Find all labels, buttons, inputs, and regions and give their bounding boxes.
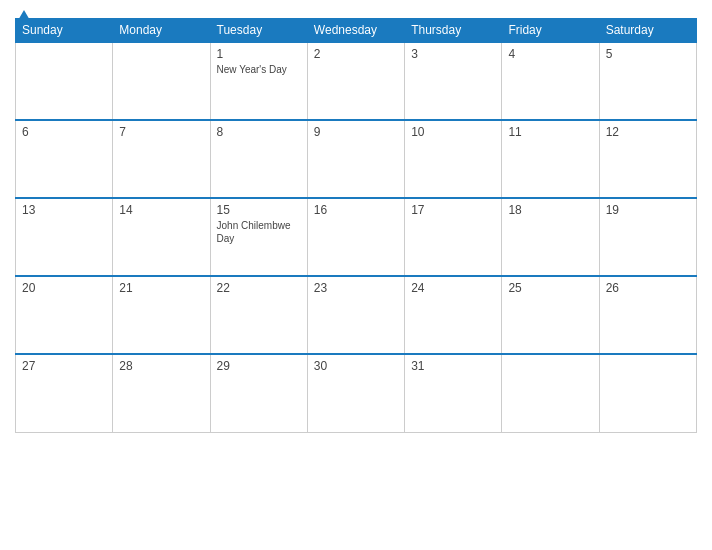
calendar-cell: 31 xyxy=(405,354,502,432)
day-number: 15 xyxy=(217,203,301,217)
calendar-cell: 18 xyxy=(502,198,599,276)
day-number: 6 xyxy=(22,125,106,139)
calendar-cell xyxy=(16,42,113,120)
day-number: 23 xyxy=(314,281,398,295)
weekday-saturday: Saturday xyxy=(599,19,696,43)
day-number: 21 xyxy=(119,281,203,295)
calendar-cell: 8 xyxy=(210,120,307,198)
calendar-cell xyxy=(502,354,599,432)
calendar-cell: 21 xyxy=(113,276,210,354)
weekday-friday: Friday xyxy=(502,19,599,43)
calendar-cell: 7 xyxy=(113,120,210,198)
day-number: 14 xyxy=(119,203,203,217)
calendar-cell: 12 xyxy=(599,120,696,198)
day-number: 3 xyxy=(411,47,495,61)
day-number: 4 xyxy=(508,47,592,61)
day-number: 24 xyxy=(411,281,495,295)
calendar-cell: 19 xyxy=(599,198,696,276)
calendar-cell: 26 xyxy=(599,276,696,354)
day-number: 13 xyxy=(22,203,106,217)
day-number: 8 xyxy=(217,125,301,139)
week-row-3: 20212223242526 xyxy=(16,276,697,354)
calendar-cell: 5 xyxy=(599,42,696,120)
week-row-0: 1New Year's Day2345 xyxy=(16,42,697,120)
logo-triangle-icon xyxy=(17,10,31,22)
week-row-4: 2728293031 xyxy=(16,354,697,432)
calendar-cell: 23 xyxy=(307,276,404,354)
calendar-cell: 2 xyxy=(307,42,404,120)
calendar-cell: 4 xyxy=(502,42,599,120)
weekday-header-row: SundayMondayTuesdayWednesdayThursdayFrid… xyxy=(16,19,697,43)
day-number: 29 xyxy=(217,359,301,373)
calendar-cell xyxy=(113,42,210,120)
calendar-cell xyxy=(599,354,696,432)
day-number: 18 xyxy=(508,203,592,217)
day-number: 7 xyxy=(119,125,203,139)
weekday-wednesday: Wednesday xyxy=(307,19,404,43)
calendar-cell: 25 xyxy=(502,276,599,354)
calendar-cell: 30 xyxy=(307,354,404,432)
logo xyxy=(15,10,31,22)
day-number: 12 xyxy=(606,125,690,139)
calendar-cell: 29 xyxy=(210,354,307,432)
day-number: 26 xyxy=(606,281,690,295)
calendar-cell: 27 xyxy=(16,354,113,432)
calendar-cell: 16 xyxy=(307,198,404,276)
calendar-container: SundayMondayTuesdayWednesdayThursdayFrid… xyxy=(0,0,712,550)
day-number: 17 xyxy=(411,203,495,217)
day-number: 20 xyxy=(22,281,106,295)
calendar-cell: 9 xyxy=(307,120,404,198)
calendar-cell: 14 xyxy=(113,198,210,276)
calendar-cell: 20 xyxy=(16,276,113,354)
day-number: 11 xyxy=(508,125,592,139)
calendar-cell: 3 xyxy=(405,42,502,120)
week-row-1: 6789101112 xyxy=(16,120,697,198)
weekday-thursday: Thursday xyxy=(405,19,502,43)
holiday-name: John Chilembwe Day xyxy=(217,219,301,245)
calendar-table: SundayMondayTuesdayWednesdayThursdayFrid… xyxy=(15,18,697,433)
weekday-monday: Monday xyxy=(113,19,210,43)
day-number: 31 xyxy=(411,359,495,373)
day-number: 30 xyxy=(314,359,398,373)
day-number: 28 xyxy=(119,359,203,373)
day-number: 16 xyxy=(314,203,398,217)
calendar-cell: 1New Year's Day xyxy=(210,42,307,120)
calendar-cell: 17 xyxy=(405,198,502,276)
day-number: 10 xyxy=(411,125,495,139)
calendar-cell: 11 xyxy=(502,120,599,198)
week-row-2: 131415John Chilembwe Day16171819 xyxy=(16,198,697,276)
weekday-tuesday: Tuesday xyxy=(210,19,307,43)
holiday-name: New Year's Day xyxy=(217,63,301,76)
day-number: 1 xyxy=(217,47,301,61)
calendar-cell: 24 xyxy=(405,276,502,354)
day-number: 25 xyxy=(508,281,592,295)
day-number: 27 xyxy=(22,359,106,373)
day-number: 22 xyxy=(217,281,301,295)
weekday-sunday: Sunday xyxy=(16,19,113,43)
calendar-cell: 15John Chilembwe Day xyxy=(210,198,307,276)
day-number: 9 xyxy=(314,125,398,139)
day-number: 2 xyxy=(314,47,398,61)
calendar-cell: 10 xyxy=(405,120,502,198)
day-number: 19 xyxy=(606,203,690,217)
calendar-cell: 13 xyxy=(16,198,113,276)
day-number: 5 xyxy=(606,47,690,61)
calendar-cell: 6 xyxy=(16,120,113,198)
calendar-cell: 22 xyxy=(210,276,307,354)
calendar-cell: 28 xyxy=(113,354,210,432)
